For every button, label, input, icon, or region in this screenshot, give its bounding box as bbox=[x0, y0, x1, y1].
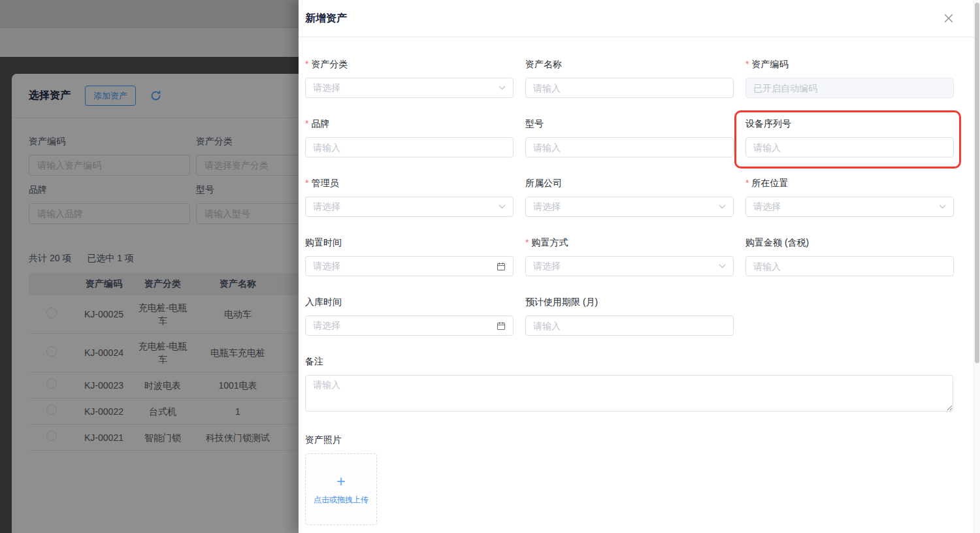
drawer-header: 新增资产 bbox=[299, 0, 980, 37]
field-label: 品牌 bbox=[311, 118, 329, 129]
chevron-down-icon bbox=[498, 204, 506, 209]
field-label: 购置金额 (含税) bbox=[745, 237, 809, 248]
field-purchase-method: *购置方式 请选择 bbox=[525, 237, 734, 276]
drawer-body: *资产分类 请选择 资产名称 *资产编码 *品牌 bbox=[299, 37, 980, 533]
calendar-icon bbox=[497, 262, 506, 271]
field-label: 资产分类 bbox=[311, 59, 348, 69]
field-purchase-amount: 购置金额 (含税) bbox=[745, 237, 954, 276]
field-label: 购置方式 bbox=[531, 237, 568, 248]
expected-lifespan-input[interactable] bbox=[525, 315, 734, 336]
asset-category-select[interactable]: 请选择 bbox=[305, 78, 514, 98]
field-label: 购置时间 bbox=[305, 237, 342, 248]
required-mark: * bbox=[305, 59, 308, 69]
field-purchase-time: 购置时间 请选择 bbox=[305, 237, 514, 276]
photo-upload-dropzone[interactable]: + 点击或拖拽上传 bbox=[305, 453, 377, 525]
field-model: 型号 bbox=[525, 118, 734, 157]
field-asset-category: *资产分类 请选择 bbox=[305, 59, 514, 98]
chevron-down-icon bbox=[719, 264, 726, 268]
field-location: *所在位置 请选择 bbox=[745, 178, 954, 217]
field-label: 入库时间 bbox=[305, 297, 342, 307]
field-asset-name: 资产名称 bbox=[525, 59, 734, 98]
field-administrator: *管理员 请选择 bbox=[305, 178, 514, 217]
required-mark: * bbox=[745, 178, 749, 188]
drawer-scrollbar[interactable] bbox=[973, 0, 980, 533]
field-label: 资产名称 bbox=[525, 59, 562, 69]
field-serial-number: 设备序列号 bbox=[745, 118, 954, 157]
purchase-method-select[interactable]: 请选择 bbox=[525, 256, 734, 276]
brand-input[interactable] bbox=[305, 137, 514, 157]
field-label: 备注 bbox=[305, 356, 323, 366]
required-mark: * bbox=[305, 118, 308, 129]
field-label: 资产照片 bbox=[305, 434, 342, 445]
field-label: 所在位置 bbox=[751, 178, 788, 188]
remark-textarea[interactable] bbox=[305, 375, 953, 412]
asset-form: *资产分类 请选择 资产名称 *资产编码 *品牌 bbox=[305, 59, 953, 414]
field-remark: 备注 bbox=[305, 356, 954, 414]
purchase-time-datepicker[interactable]: 请选择 bbox=[305, 256, 514, 276]
required-mark: * bbox=[745, 59, 749, 69]
required-mark: * bbox=[525, 237, 529, 248]
company-select[interactable]: 请选择 bbox=[525, 197, 734, 217]
field-brand: *品牌 bbox=[305, 118, 514, 157]
field-label: 管理员 bbox=[311, 178, 338, 188]
upload-hint: 点击或拖拽上传 bbox=[314, 494, 368, 506]
field-asset-code: *资产编码 bbox=[745, 59, 954, 98]
field-label: 资产编码 bbox=[751, 59, 788, 69]
location-select[interactable]: 请选择 bbox=[745, 197, 954, 217]
field-storage-time: 入库时间 请选择 bbox=[305, 297, 514, 336]
plus-icon: + bbox=[336, 474, 346, 489]
purchase-amount-input[interactable] bbox=[745, 256, 954, 276]
asset-name-input[interactable] bbox=[525, 78, 734, 98]
serial-number-input[interactable] bbox=[745, 137, 954, 157]
field-label: 所属公司 bbox=[525, 178, 562, 188]
field-asset-photo: 资产照片 + 点击或拖拽上传 bbox=[305, 434, 953, 525]
field-company: 所属公司 请选择 bbox=[525, 178, 734, 217]
model-input[interactable] bbox=[525, 137, 734, 157]
asset-code-input bbox=[745, 78, 954, 98]
field-label: 设备序列号 bbox=[745, 118, 791, 129]
drawer-title: 新增资产 bbox=[305, 12, 347, 25]
field-label: 型号 bbox=[525, 118, 544, 129]
chevron-down-icon bbox=[939, 204, 946, 209]
close-icon[interactable] bbox=[941, 10, 956, 26]
add-asset-drawer: 新增资产 *资产分类 请选择 资产名称 * bbox=[299, 0, 980, 533]
required-mark: * bbox=[305, 178, 308, 188]
scrollbar-thumb[interactable] bbox=[975, 3, 979, 363]
field-label: 预计使用期限 (月) bbox=[525, 297, 598, 307]
chevron-down-icon bbox=[719, 204, 726, 209]
chevron-down-icon bbox=[498, 86, 506, 90]
field-expected-lifespan: 预计使用期限 (月) bbox=[525, 297, 734, 336]
administrator-select[interactable]: 请选择 bbox=[305, 197, 514, 217]
storage-time-datepicker[interactable]: 请选择 bbox=[305, 315, 514, 336]
calendar-icon bbox=[497, 321, 506, 331]
